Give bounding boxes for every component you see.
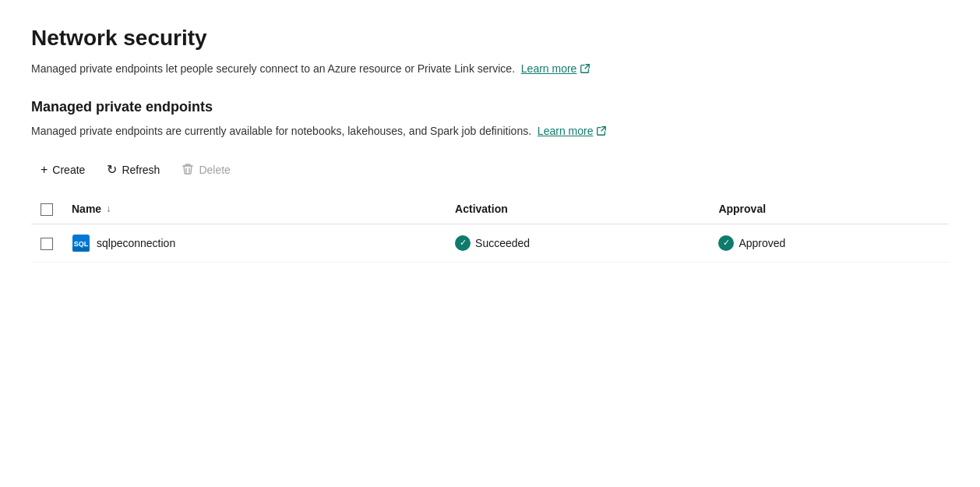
row-name-text-0: sqlpeconnection	[97, 237, 175, 249]
external-link-icon-section	[596, 125, 607, 136]
sql-icon-0: SQL	[72, 234, 90, 252]
activation-status-text-0: Succeeded	[475, 237, 530, 249]
svg-rect-2	[72, 247, 90, 252]
create-button[interactable]: + Create	[31, 159, 94, 181]
row-name-cell-0: SQL sqlpeconnection	[62, 224, 446, 262]
table-row: SQL sqlpeconnection ✓ Succeeded ✓ Approv…	[31, 224, 949, 262]
toolbar: + Create ↻ Refresh Delete	[31, 158, 949, 182]
select-all-checkbox[interactable]	[41, 203, 53, 216]
endpoints-table: Name ↓ Activation Approval SQL	[31, 195, 949, 263]
activation-check-icon-0: ✓	[455, 235, 471, 251]
create-icon: +	[41, 164, 48, 176]
approval-check-icon-0: ✓	[718, 235, 734, 251]
page-description: Managed private endpoints let people sec…	[31, 61, 949, 77]
create-label: Create	[52, 164, 85, 176]
delete-label: Delete	[199, 164, 230, 176]
section-title: Managed private endpoints	[31, 99, 949, 115]
learn-more-link-section[interactable]: Learn more	[538, 123, 608, 139]
approval-badge-0: ✓ Approved	[718, 235, 785, 251]
external-link-icon-top	[580, 63, 590, 74]
section-description: Managed private endpoints are currently …	[31, 123, 949, 139]
activation-column-header: Activation	[446, 195, 709, 224]
select-all-header	[31, 195, 62, 224]
row-activation-cell-0: ✓ Succeeded	[446, 224, 709, 262]
refresh-label: Refresh	[122, 164, 160, 176]
learn-more-link-top[interactable]: Learn more	[521, 61, 591, 77]
row-approval-cell-0: ✓ Approved	[709, 224, 949, 262]
sort-desc-icon: ↓	[106, 203, 111, 214]
page-title: Network security	[31, 25, 949, 51]
refresh-icon: ↻	[107, 164, 117, 176]
name-column-header: Name ↓	[62, 195, 446, 224]
delete-button[interactable]: Delete	[172, 158, 239, 182]
delete-icon	[182, 163, 194, 178]
approval-status-text-0: Approved	[739, 237, 785, 249]
approval-column-header: Approval	[709, 195, 949, 224]
activation-badge-0: ✓ Succeeded	[455, 235, 530, 251]
row-checkbox-0[interactable]	[41, 238, 53, 250]
row-checkbox-cell-0	[31, 224, 62, 262]
refresh-button[interactable]: ↻ Refresh	[97, 159, 169, 181]
svg-text:SQL: SQL	[74, 240, 89, 248]
